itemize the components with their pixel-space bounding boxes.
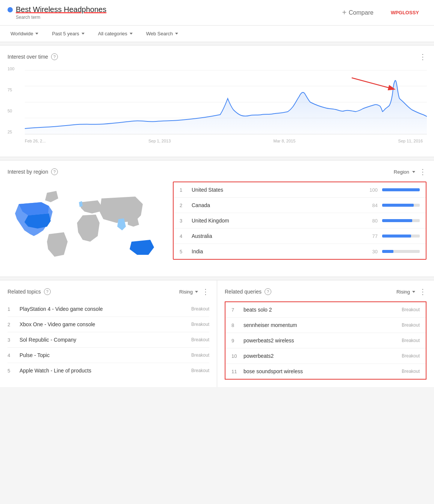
interest-by-region-title-group: Interest by region ? — [8, 168, 58, 175]
search-type-label: Web Search — [146, 31, 173, 36]
location-filter[interactable]: Worldwide — [8, 29, 41, 38]
topic-name-5: Apple Watch - Line of products — [20, 368, 187, 374]
related-queries-more-icon[interactable]: ⋮ — [419, 288, 426, 295]
related-topics-list: 1 PlayStation 4 - Video game console Bre… — [8, 301, 209, 378]
y-label-75: 75 — [8, 88, 14, 92]
topic-name-1: PlayStation 4 - Video game console — [20, 306, 187, 312]
related-queries-header: Related queries ? Rising ⋮ — [225, 288, 426, 295]
related-queries-sort-arrow-icon — [412, 291, 415, 293]
query-badge-11: Breakout — [402, 369, 420, 374]
region-val-2: 84 — [364, 203, 378, 208]
interest-over-time-title: Interest over time — [8, 54, 48, 60]
compare-label: Compare — [349, 9, 374, 16]
svg-line-5 — [352, 78, 394, 89]
y-label-100: 100 — [8, 67, 14, 71]
query-name-8: sennheiser momentum — [243, 322, 397, 328]
region-section-content: 1 United States 100 2 Canada 84 3 — [8, 182, 426, 269]
region-bar-container-1 — [382, 188, 420, 191]
related-queries-sort-button[interactable]: Rising — [396, 289, 415, 295]
region-name-2: Canada — [192, 202, 360, 208]
topic-name-4: Pulse - Topic — [20, 352, 187, 358]
category-arrow-icon — [130, 33, 133, 35]
related-topics-sort-label: Rising — [179, 289, 193, 295]
query-rank-7: 7 — [231, 307, 239, 313]
related-queries-help-icon[interactable]: ? — [265, 288, 271, 295]
chart-x-labels: Feb 26, 2... Sep 1, 2013 Mar 8, 2015 Sep… — [25, 139, 423, 143]
region-sort-button[interactable]: Region — [394, 169, 415, 175]
related-topics-header: Related topics ? Rising ⋮ — [8, 288, 209, 295]
region-name-5: India — [192, 248, 360, 254]
topic-name-2: Xbox One - Video game console — [20, 321, 187, 327]
related-topics-controls: Rising ⋮ — [179, 288, 209, 295]
x-label-3: Mar 8, 2015 — [274, 139, 296, 143]
region-bar-5 — [382, 250, 393, 253]
topic-badge-4: Breakout — [191, 353, 209, 358]
topic-item-4: 4 Pulse - Topic Breakout — [8, 348, 209, 363]
topic-rank-1: 1 — [8, 306, 15, 312]
related-topics-sort-arrow-icon — [195, 291, 198, 293]
header-left: Best Wireless Headphones Search term — [8, 5, 106, 20]
region-rank-1: 1 — [180, 187, 187, 193]
region-name-3: United Kingdom — [192, 218, 360, 224]
interest-by-region-header: Interest by region ? Region ⋮ — [8, 168, 426, 176]
related-queries-controls: Rising ⋮ — [396, 288, 426, 295]
trend-chart — [25, 67, 427, 138]
region-sort-label: Region — [394, 169, 409, 175]
header: Best Wireless Headphones Search term + C… — [0, 0, 434, 26]
region-item-4: 4 Australia 77 — [174, 229, 426, 244]
query-item-9: 9 powerbeats2 wireless Breakout — [225, 333, 426, 348]
region-bar-container-3 — [382, 219, 420, 222]
region-val-4: 77 — [364, 233, 378, 239]
interest-over-time-more-icon[interactable]: ⋮ — [419, 53, 426, 61]
topic-badge-5: Breakout — [191, 368, 209, 373]
time-range-arrow-icon — [82, 33, 85, 35]
related-topics-title-group: Related topics ? — [8, 288, 51, 295]
region-item-3: 3 United Kingdom 80 — [174, 213, 426, 229]
query-rank-10: 10 — [231, 353, 239, 359]
query-item-7: 7 beats solo 2 Breakout — [225, 302, 426, 318]
chart-svg-container: Feb 26, 2... Sep 1, 2013 Mar 8, 2015 Sep… — [25, 67, 423, 143]
search-type-filter[interactable]: Web Search — [143, 29, 181, 38]
plus-icon: + — [342, 8, 346, 17]
interest-by-region-section: Interest by region ? Region ⋮ — [0, 160, 434, 277]
query-name-7: beats solo 2 — [243, 307, 397, 313]
interest-by-region-more-icon[interactable]: ⋮ — [419, 168, 426, 176]
related-topics-sort-button[interactable]: Rising — [179, 289, 198, 295]
region-bar-1 — [382, 188, 420, 191]
region-bar-container-2 — [382, 204, 420, 207]
related-queries-section: Related queries ? Rising ⋮ 7 beats solo … — [217, 280, 434, 387]
query-rank-11: 11 — [231, 369, 239, 374]
region-item-5: 5 India 30 — [174, 244, 426, 259]
bottom-sections: Related topics ? Rising ⋮ 1 PlayStation … — [0, 280, 434, 387]
interest-over-time-header: Interest over time ? ⋮ — [8, 53, 426, 61]
x-label-4: Sep 11, 2016 — [398, 139, 423, 143]
related-topics-title: Related topics — [8, 289, 41, 295]
related-queries-sort-label: Rising — [396, 289, 410, 295]
query-badge-8: Breakout — [402, 322, 420, 328]
category-label: All categories — [98, 31, 127, 36]
query-rank-8: 8 — [231, 322, 239, 328]
topic-rank-2: 2 — [8, 322, 15, 327]
search-label: Search term — [16, 15, 106, 20]
interest-over-time-help-icon[interactable]: ? — [51, 53, 58, 60]
y-label-50: 50 — [8, 109, 14, 113]
topic-item-5: 5 Apple Watch - Line of products Breakou… — [8, 363, 209, 378]
topic-item-3: 3 Sol Republic - Company Breakout — [8, 332, 209, 348]
search-type-arrow-icon — [175, 33, 178, 35]
category-filter[interactable]: All categories — [95, 29, 136, 38]
wpglossy-label: WPGLOSSY — [391, 10, 426, 15]
related-topics-more-icon[interactable]: ⋮ — [202, 288, 209, 295]
query-name-10: powerbeats2 — [243, 353, 397, 359]
topic-badge-1: Breakout — [191, 306, 209, 312]
query-item-11: 11 bose soundsport wireless Breakout — [225, 364, 426, 379]
query-item-10: 10 powerbeats2 Breakout — [225, 348, 426, 364]
related-topics-help-icon[interactable]: ? — [44, 288, 51, 295]
compare-button[interactable]: + Compare — [336, 5, 380, 20]
world-map-container — [8, 182, 165, 269]
location-label: Worldwide — [11, 31, 33, 36]
region-val-1: 100 — [364, 187, 378, 193]
interest-by-region-help-icon[interactable]: ? — [51, 168, 58, 175]
query-name-11: bose soundsport wireless — [243, 368, 397, 374]
search-term-text: Best Wireless Headphones — [16, 5, 106, 14]
time-range-filter[interactable]: Past 5 years — [49, 29, 87, 38]
